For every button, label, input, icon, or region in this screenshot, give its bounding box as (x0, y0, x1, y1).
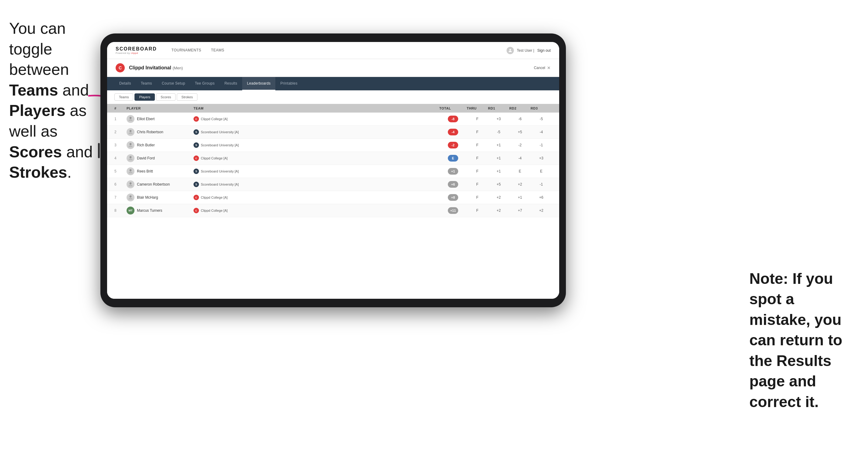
toggle-players-button[interactable]: Players (134, 93, 155, 101)
total-4: E (439, 155, 467, 161)
svg-point-8 (130, 195, 132, 197)
player-3: Rich Butler (127, 141, 193, 149)
annotation-right: Note: If you spot a mistake, you can ret… (749, 269, 853, 412)
total-6: +6 (439, 181, 467, 188)
svg-point-7 (130, 182, 132, 184)
rank-3: 3 (114, 143, 127, 147)
team-logo-8: C (193, 208, 199, 213)
tab-teams[interactable]: Teams (136, 77, 157, 90)
team-1: C Clippd College [A] (193, 116, 439, 122)
player-6: Cameron Robertson (127, 180, 193, 188)
avatar-6 (127, 180, 134, 188)
team-logo-1: C (193, 116, 199, 122)
leaderboard-table: # PLAYER TEAM TOTAL THRU RD1 RD2 RD3 1 E… (107, 104, 559, 299)
rd3-2: -4 (531, 130, 552, 134)
toggle-scores-button[interactable]: Scores (156, 93, 176, 101)
player-4: David Ford (127, 154, 193, 162)
col-thru: THRU (467, 106, 488, 110)
total-3: -2 (439, 142, 467, 149)
rd1-5: +1 (488, 169, 509, 174)
tournament-gender: (Men) (173, 65, 183, 70)
col-rd2: RD2 (509, 106, 531, 110)
table-row: 7 Blair McHarg C Clippd College [A] +8 F… (107, 191, 559, 204)
rank-6: 6 (114, 182, 127, 186)
toggle-strokes-button[interactable]: Strokes (177, 93, 197, 101)
rd2-8: +7 (509, 209, 531, 213)
tab-course-setup[interactable]: Course Setup (157, 77, 190, 90)
team-logo-3: S (193, 143, 199, 148)
team-6: S Scoreboard University [A] (193, 182, 439, 187)
total-7: +8 (439, 194, 467, 201)
nav-link-tournaments[interactable]: TOURNAMENTS (167, 42, 206, 58)
rd2-7: +1 (509, 195, 531, 199)
thru-3: F (467, 143, 488, 147)
team-logo-5: S (193, 168, 199, 174)
rd3-7: +6 (531, 195, 552, 199)
rd1-8: +2 (488, 209, 509, 213)
tournament-logo-icon: C (116, 63, 125, 72)
team-4: C Clippd College [A] (193, 155, 439, 161)
rd1-2: -5 (488, 130, 509, 134)
table-row: 3 Rich Butler S Scoreboard University [A… (107, 139, 559, 152)
team-logo-4: C (193, 155, 199, 161)
cancel-x-icon: ✕ (547, 65, 551, 70)
team-logo-6: S (193, 182, 199, 187)
col-rd3: RD3 (531, 106, 552, 110)
tab-bar: Details Teams Course Setup Tee Groups Re… (107, 77, 559, 90)
team-logo-2: S (193, 129, 199, 135)
team-8: C Clippd College [A] (193, 208, 439, 213)
rd1-3: +1 (488, 143, 509, 147)
col-rank: # (114, 106, 127, 110)
nav-right: Test User | Sign out (506, 47, 551, 54)
rd3-1: -5 (531, 117, 552, 121)
toggle-teams-button[interactable]: Teams (114, 93, 133, 101)
tablet-frame: SCOREBOARD Powered by clippd TOURNAMENTS… (100, 33, 566, 307)
logo-sub: Powered by clippd (116, 52, 157, 55)
team-2: S Scoreboard University [A] (193, 129, 439, 135)
thru-7: F (467, 195, 488, 199)
top-nav: SCOREBOARD Powered by clippd TOURNAMENTS… (107, 42, 559, 59)
player-7: Blair McHarg (127, 193, 193, 201)
tab-leaderboards[interactable]: Leaderboards (242, 77, 276, 90)
tournament-title: Clippd Invitational (Men) (129, 65, 183, 70)
user-label: Test User | (517, 49, 534, 53)
tab-results[interactable]: Results (220, 77, 242, 90)
rd2-5: E (509, 169, 531, 174)
col-player: PLAYER (127, 106, 193, 110)
rank-4: 4 (114, 156, 127, 160)
thru-4: F (467, 156, 488, 160)
svg-point-5 (130, 156, 132, 158)
rd3-5: E (531, 169, 552, 174)
tablet-side-button (98, 143, 100, 158)
rd3-8: +2 (531, 209, 552, 213)
tab-details[interactable]: Details (114, 77, 136, 90)
rd2-6: +2 (509, 182, 531, 186)
nav-link-teams[interactable]: TEAMS (206, 42, 229, 58)
total-8: +11 (439, 207, 467, 214)
rank-2: 2 (114, 130, 127, 134)
sign-out-link[interactable]: Sign out (537, 49, 551, 53)
tablet-screen: SCOREBOARD Powered by clippd TOURNAMENTS… (107, 42, 559, 299)
player-5: Rees Britt (127, 167, 193, 175)
rd1-1: +3 (488, 117, 509, 121)
avatar-4 (127, 154, 134, 162)
table-row: 5 Rees Britt S Scoreboard University [A]… (107, 165, 559, 178)
rd1-6: +5 (488, 182, 509, 186)
col-rd1: RD1 (488, 106, 509, 110)
tournament-name: Clippd Invitational (129, 65, 171, 70)
logo-title: SCOREBOARD (116, 46, 157, 52)
rd3-3: -1 (531, 143, 552, 147)
logo-area: SCOREBOARD Powered by clippd (116, 46, 157, 55)
tab-printables[interactable]: Printables (275, 77, 302, 90)
avatar-1 (127, 115, 134, 123)
svg-point-4 (130, 143, 132, 145)
table-header: # PLAYER TEAM TOTAL THRU RD1 RD2 RD3 (107, 104, 559, 113)
thru-5: F (467, 169, 488, 174)
rd3-4: +3 (531, 156, 552, 160)
table-row: 1 Elliot Ebert C Clippd College [A] -8 F… (107, 113, 559, 126)
cancel-button[interactable]: Cancel ✕ (534, 65, 551, 70)
thru-1: F (467, 117, 488, 121)
team-5: S Scoreboard University [A] (193, 168, 439, 174)
col-team: TEAM (193, 106, 439, 110)
tab-tee-groups[interactable]: Tee Groups (190, 77, 220, 90)
